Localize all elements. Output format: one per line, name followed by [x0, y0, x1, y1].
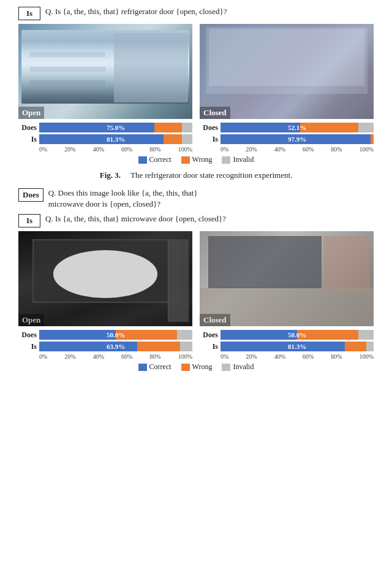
section2-does-label: Does — [18, 188, 43, 202]
section2-is-bar-row: Is 63.9% — [18, 342, 192, 351]
invalid2-label: Invalid — [233, 362, 254, 372]
micro-closed-image: Closed — [200, 231, 374, 326]
section1c-does-correct-bar — [221, 123, 300, 132]
section2-does-question: Q. Does this image look like {a, the, th… — [48, 188, 198, 210]
section1c-is-bar-row: Is 97.9% — [200, 134, 374, 144]
section1-is-label: Is — [18, 7, 40, 20]
legend2-correct: Correct — [138, 362, 172, 372]
section2-does-correct-bar — [39, 330, 116, 340]
section1-images-row: Open Closed — [18, 24, 374, 119]
legend-correct: Correct — [138, 155, 172, 164]
section1-chart-open: Does 75.0% Is 81.3% 0% — [18, 123, 192, 153]
wrong-label: Wrong — [192, 155, 213, 164]
section2c-does-wrong-bar — [297, 330, 358, 340]
section2-does-wrong-bar — [116, 330, 177, 340]
wrong2-label: Wrong — [192, 362, 213, 372]
section1-does-bar-track: 75.0% — [39, 123, 192, 132]
section1-is-wrong-bar — [164, 134, 182, 144]
section2c-does-bar-track: 50.0% — [221, 330, 374, 340]
section2c-does-correct-bar — [221, 330, 297, 340]
section2-is-bar-track: 63.9% — [39, 342, 192, 351]
section1c-does-invalid-bar — [358, 123, 374, 132]
legend-wrong: Wrong — [181, 155, 213, 164]
legend2-wrong: Wrong — [181, 362, 213, 372]
figure-caption: Fig. 3. The refrigerator door state reco… — [18, 170, 374, 180]
wrong2-swatch — [181, 364, 190, 371]
section2-is-question: Q. Is {a, the, this, that} microwave doo… — [45, 213, 226, 224]
section1-axis-left: 0% 20% 40% 60% 80% 100% — [39, 146, 192, 153]
section1-legend: Correct Wrong Invalid — [18, 155, 374, 164]
section2c-is-bar-track: 81.3% — [221, 342, 374, 351]
section1-does-invalid-bar — [182, 123, 193, 132]
section2-does-row: Does Q. Does this image look like {a, th… — [18, 188, 374, 210]
correct2-swatch — [138, 364, 147, 371]
section1c-is-bar-label: Is — [200, 135, 218, 144]
fridge-closed-label: Closed — [200, 107, 230, 119]
section1-is-bar-label: Is — [18, 135, 37, 144]
section1-is-bar-row: Is 81.3% — [18, 134, 192, 144]
section1c-does-bar-row: Does 52.1% — [200, 123, 374, 132]
section2c-is-bar-label: Is — [200, 342, 218, 351]
section2c-does-bar-label: Does — [200, 331, 218, 340]
section1-does-bar-label: Does — [18, 123, 37, 132]
legend-invalid: Invalid — [222, 155, 254, 164]
section2-is-wrong-bar — [137, 342, 180, 351]
figure-text: The refrigerator door state recognition … — [130, 170, 292, 180]
section2-is-label: Is — [18, 214, 40, 227]
section2c-does-invalid-bar — [358, 330, 374, 340]
fridge-open-image: Open — [18, 24, 192, 119]
section2-is-bar-label: Is — [18, 342, 37, 351]
section2-questions: Does Q. Does this image look like {a, th… — [18, 188, 374, 227]
section2-legend: Correct Wrong Invalid — [18, 362, 374, 372]
correct2-label: Correct — [149, 362, 172, 372]
section2-is-correct-bar — [39, 342, 137, 351]
section1-axis-right: 0% 20% 40% 60% 80% 100% — [221, 146, 374, 153]
section2-does-bar-track: 50.0% — [39, 330, 192, 340]
micro-open-image: Open — [18, 231, 192, 326]
invalid-label: Invalid — [233, 155, 254, 164]
wrong-swatch — [181, 156, 190, 164]
section2-charts-row: Does 50.0% Is 63.9% 0% 20% — [18, 330, 374, 360]
correct-swatch — [138, 156, 147, 164]
section2-is-invalid-bar — [180, 342, 192, 351]
micro-closed-label: Closed — [200, 314, 230, 326]
section1-does-bar-row: Does 75.0% — [18, 123, 192, 132]
section2c-does-bar-row: Does 50.0% — [200, 330, 374, 340]
section1-question-text: Q. Is {a, the, this, that} refrigerator … — [45, 6, 227, 17]
section1c-does-wrong-bar — [300, 123, 358, 132]
correct-label: Correct — [149, 155, 172, 164]
section2-is-row: Is Q. Is {a, the, this, that} microwave … — [18, 213, 374, 227]
section1-is-invalid-bar — [182, 134, 192, 144]
section2c-is-correct-bar — [221, 342, 345, 351]
section2c-is-bar-row: Is 81.3% — [200, 342, 374, 351]
invalid2-swatch — [222, 364, 230, 371]
section2-chart-open: Does 50.0% Is 63.9% 0% 20% — [18, 330, 192, 360]
section1-does-wrong-bar — [154, 123, 182, 132]
section2-chart-closed: Does 50.0% Is 81.3% 0% 20% — [200, 330, 374, 360]
section2c-is-wrong-bar — [345, 342, 366, 351]
fridge-open-label: Open — [18, 107, 44, 119]
section2c-is-invalid-bar — [366, 342, 374, 351]
section1c-is-wrong-bar — [371, 134, 374, 144]
section2-does-invalid-bar — [177, 330, 192, 340]
page: Is Q. Is {a, the, this, that} refrigerat… — [0, 0, 392, 389]
section2-does-bar-label: Does — [18, 331, 37, 340]
section1c-does-bar-label: Does — [200, 123, 218, 132]
invalid-swatch — [222, 156, 230, 164]
micro-open-label: Open — [18, 314, 44, 326]
section1-is-correct-bar — [39, 134, 164, 144]
figure-number: Fig. 3. — [100, 170, 121, 180]
section1c-is-correct-bar — [221, 134, 371, 144]
section1-question-row: Is Q. Is {a, the, this, that} refrigerat… — [18, 6, 374, 20]
section2-axis-right: 0% 20% 40% 60% 80% 100% — [221, 353, 374, 360]
section1-is-bar-track: 81.3% — [39, 134, 192, 144]
section1-does-correct-bar — [39, 123, 154, 132]
legend2-invalid: Invalid — [222, 362, 254, 372]
section2-does-bar-row: Does 50.0% — [18, 330, 192, 340]
section1c-does-bar-track: 52.1% — [221, 123, 374, 132]
section1-chart-closed: Does 52.1% Is 97.9% 0% 20% — [200, 123, 374, 153]
section1c-is-bar-track: 97.9% — [221, 134, 374, 144]
fridge-closed-image: Closed — [200, 24, 374, 119]
section1-charts-row: Does 75.0% Is 81.3% 0% — [18, 123, 374, 153]
section2-axis-left: 0% 20% 40% 60% 80% 100% — [39, 353, 192, 360]
